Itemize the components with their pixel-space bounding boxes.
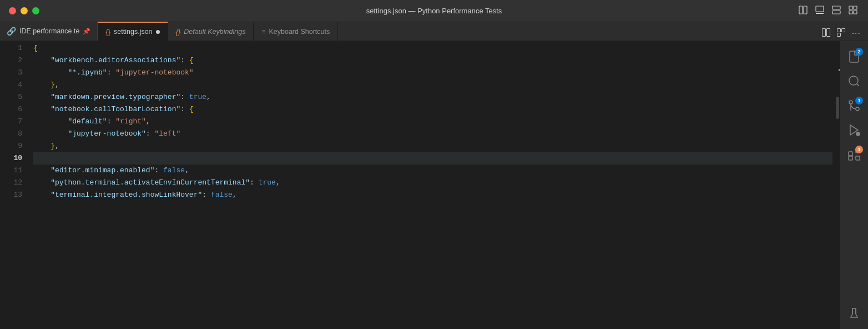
token: :: [146, 128, 155, 140]
token: :: [180, 54, 189, 67]
split-vertical-icon[interactable]: [830, 4, 842, 18]
activity-run-btn[interactable]: [843, 119, 865, 141]
token: ,: [146, 116, 150, 128]
token: ,: [233, 189, 237, 201]
line-num-3: 3: [0, 67, 22, 79]
token: "terminal.integrated.showLinkHover": [33, 189, 202, 201]
scrollbar-thumb[interactable]: [836, 97, 839, 119]
more-actions-button[interactable]: ···: [849, 26, 864, 41]
svg-rect-23: [856, 156, 860, 160]
tab-explorer-label: IDE performance te: [19, 27, 79, 35]
svg-rect-2: [816, 6, 824, 12]
token: {: [33, 42, 38, 54]
svg-rect-7: [854, 6, 857, 9]
tab-default-keybindings-label: Default Keybindings: [184, 28, 245, 36]
activity-extensions-btn[interactable]: 1: [843, 143, 865, 166]
token: :: [250, 177, 259, 189]
test-icon: [847, 307, 861, 320]
code-line-1: {: [33, 42, 832, 54]
code-line-12: "python.terminal.activateEnvInCurrentTer…: [33, 177, 832, 189]
maximize-button[interactable]: [32, 7, 39, 14]
line-num-10: 10: [0, 152, 22, 164]
split-editor-button[interactable]: [819, 26, 833, 41]
code-line-4: },: [33, 79, 832, 91]
json-icon-2: {}: [176, 28, 181, 36]
code-line-9: },: [33, 140, 832, 152]
token: :: [107, 116, 116, 128]
window-controls: [9, 7, 39, 14]
svg-rect-21: [849, 152, 852, 156]
activity-search-btn[interactable]: [843, 70, 865, 92]
pin-icon: 📌: [83, 28, 90, 35]
token: }: [51, 79, 55, 91]
svg-rect-14: [837, 33, 840, 37]
activity-test-btn[interactable]: [843, 302, 865, 325]
line-num-11: ✏️ 11: [0, 164, 22, 177]
svg-rect-10: [822, 29, 825, 37]
token: :: [180, 91, 189, 103]
token: "editor.minimap.enabled": [33, 164, 154, 177]
line-num-4: 4: [0, 79, 22, 91]
token: "right": [115, 116, 146, 128]
svg-rect-5: [832, 11, 840, 14]
tab-explorer[interactable]: 🔗 IDE performance te 📌: [0, 22, 98, 41]
close-button[interactable]: [9, 7, 16, 14]
token: :: [107, 67, 116, 79]
code-line-5: "markdown.preview.typographer": true,: [33, 91, 832, 103]
editor[interactable]: 1 2 3 4 5 6 7 8 9 10 ✏️ 11 12 13: [0, 41, 840, 329]
token: false: [211, 189, 233, 201]
scroll-indicator: [839, 69, 840, 71]
token: true: [189, 91, 206, 103]
line-num-2: 2: [0, 54, 22, 67]
window-title: settings.json — Python Performance Tests: [366, 7, 502, 15]
code-line-3: "*.ipynb": "jupyter-notebook": [33, 67, 832, 79]
titlebar-controls: [797, 4, 859, 18]
line-num-9: 9: [0, 140, 22, 152]
token: "workbench.editorAssociations": [33, 54, 180, 67]
line-num-8: 8: [0, 128, 22, 140]
activity-files-btn[interactable]: 2: [843, 46, 865, 68]
search-icon: [847, 74, 861, 88]
token: ,: [276, 177, 280, 189]
svg-point-15: [849, 76, 858, 85]
token: "left": [154, 128, 180, 140]
svg-rect-8: [849, 11, 852, 14]
layout-icon[interactable]: [847, 4, 859, 18]
minimize-button[interactable]: [21, 7, 28, 14]
line-num-1: 1: [0, 42, 22, 54]
svg-rect-3: [816, 13, 824, 14]
svg-line-16: [857, 84, 859, 86]
tabbar: 🔗 IDE performance te 📌 {} settings.json …: [0, 21, 868, 41]
token: "default": [33, 116, 107, 128]
tab-settings-json[interactable]: {} settings.json: [98, 22, 168, 41]
main-area: 1 2 3 4 5 6 7 8 9 10 ✏️ 11 12 13: [0, 41, 868, 329]
svg-rect-0: [799, 6, 803, 14]
tab-keyboard-shortcuts[interactable]: ≡ Keyboard Shortcuts: [254, 22, 338, 41]
line-numbers: 1 2 3 4 5 6 7 8 9 10 ✏️ 11 12 13: [0, 41, 29, 329]
code-content[interactable]: { "workbench.editorAssociations": { "*.i…: [29, 41, 832, 329]
tab-settings-json-label: settings.json: [114, 28, 152, 36]
badge-orange-1: 1: [855, 146, 863, 153]
toggle-panel-icon[interactable]: [814, 4, 826, 18]
token: "jupyter-notebook": [33, 128, 146, 140]
tab-default-keybindings[interactable]: {} Default Keybindings: [168, 22, 254, 41]
svg-rect-12: [837, 29, 840, 32]
svg-point-17: [856, 107, 859, 111]
modified-indicator: [156, 30, 160, 34]
explorer-tab-icon: 🔗: [7, 27, 16, 36]
svg-rect-1: [804, 6, 807, 14]
code-line-8: "jupyter-notebook": "left": [33, 128, 832, 140]
split-editor-icon[interactable]: [797, 4, 809, 18]
code-line-6: "notebook.cellToolbarLocation": {: [33, 103, 832, 116]
tab-keyboard-shortcuts-label: Keyboard Shortcuts: [269, 28, 330, 36]
line-num-6: 6: [0, 103, 22, 116]
token: ,: [55, 79, 59, 91]
editor-scrollbar[interactable]: [832, 41, 840, 329]
token: :: [202, 189, 211, 201]
toggle-layout-button[interactable]: [834, 26, 848, 41]
activity-source-control-btn[interactable]: 1: [843, 94, 865, 117]
svg-rect-11: [826, 29, 830, 37]
svg-rect-13: [841, 29, 845, 32]
list-icon: ≡: [261, 28, 265, 36]
tabbar-actions: ···: [815, 26, 868, 41]
